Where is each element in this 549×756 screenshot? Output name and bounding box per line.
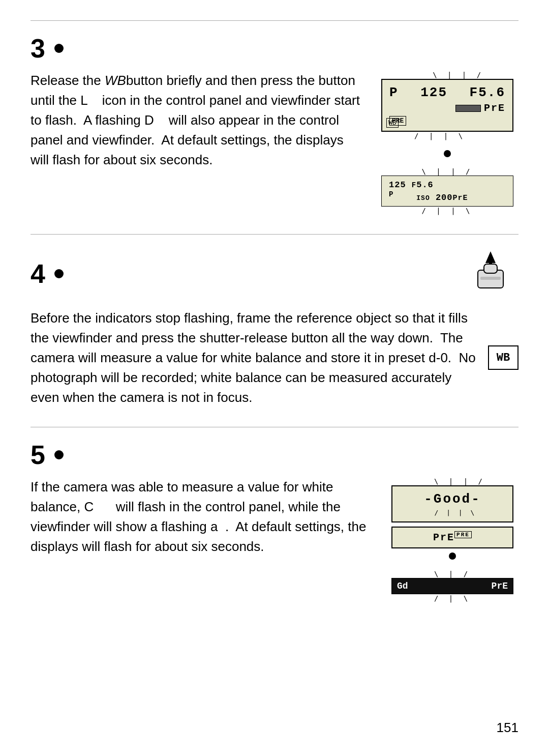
wb-italic: WB — [105, 73, 126, 88]
lcd-good-display: -Good- / | | \ — [391, 485, 513, 522]
vf-tick-bottom-3: / | | \ — [421, 207, 473, 215]
page-number: 151 — [497, 720, 518, 736]
page: 3 Release the WBbutton briefly and then … — [0, 0, 549, 756]
step-number-4: 4 — [30, 260, 45, 287]
lcd-p: P — [389, 85, 399, 100]
bullet-4 — [54, 269, 64, 278]
dot-separator-5 — [449, 553, 456, 560]
lcd-good-text: -Good- — [400, 491, 505, 507]
section-3-body: Release the WBbutton briefly and then pr… — [30, 71, 518, 215]
hand-button-svg — [463, 249, 518, 297]
lcd-good-ticks: / | | \ — [400, 509, 505, 516]
lcd-progress-bar — [455, 105, 481, 112]
section-3: 3 Release the WBbutton briefly and then … — [30, 20, 518, 229]
vf-good-display: Gd PrE — [391, 578, 513, 594]
section-3-header: 3 — [30, 35, 518, 62]
section-4-body: Before the indicators stop flashing, fra… — [30, 308, 518, 408]
lcd-display-3: P 125 F5.6 PrE WB PRE — [381, 79, 513, 132]
section-5-body: If the camera was able to measure a valu… — [30, 477, 518, 602]
lcd-bottom-row: WB PRE — [389, 116, 505, 126]
lcd-row2: PrE — [389, 102, 505, 114]
lcd-125: 125 — [420, 85, 447, 100]
lcd-pre-text: PrE — [484, 102, 505, 114]
lcd-row1: P 125 F5.6 — [389, 85, 505, 100]
section-5: 5 If the camera was able to measure a va… — [30, 427, 518, 617]
vf-wrapper-3: \ | | / 125 F5.6 P ISO 200PrE / | | \ — [381, 167, 513, 215]
tick-good-top: \ | | / — [419, 477, 485, 485]
vf-display-3: 125 F5.6 P ISO 200PrE — [381, 176, 513, 207]
bullet-3 — [54, 44, 64, 53]
vf-good-left: Gd — [397, 581, 408, 591]
section-3-text: Release the WBbutton briefly and then pr… — [30, 71, 376, 170]
section-5-images: \ | | / -Good- / | | \ PrEPRE — [386, 477, 518, 602]
hand-button-container — [463, 249, 518, 299]
lcd-top-wrapper: \ | | / P 125 F5.6 PrE WB — [381, 71, 513, 140]
section-4: 4 Before the indicators stop flashing, f… — [30, 234, 518, 422]
svg-rect-3 — [484, 264, 497, 273]
svg-rect-2 — [480, 277, 501, 280]
bullet-5 — [54, 450, 64, 459]
lcd-pre-sub: PrEPRE — [391, 527, 513, 548]
vf-good-tick-bottom: / | \ — [434, 594, 471, 602]
pre-small-label: PRE — [454, 531, 472, 538]
wb-badge: WB — [488, 345, 518, 370]
section-4-text: Before the indicators stop flashing, fra… — [30, 308, 518, 408]
section-4-header: 4 — [30, 249, 518, 299]
vf-tick-top-3: \ | | / — [421, 167, 473, 176]
dot-separator-3 — [444, 150, 451, 157]
lcd-good-wrapper: \ | | / -Good- / | | \ PrEPRE — [391, 477, 513, 560]
lcd-pre-display: PrEPRE — [391, 527, 513, 548]
step-number-5: 5 — [30, 442, 45, 468]
section-5-header: 5 — [30, 442, 518, 468]
lcd-f56: F5.6 — [470, 85, 505, 100]
step-number-3: 3 — [30, 35, 45, 62]
vf-text-3: 125 F5.6 P ISO 200PrE — [389, 180, 468, 202]
lcd-pre-text: PrEPRE — [400, 532, 505, 543]
vf-good-right: PrE — [492, 581, 508, 591]
vf-good-tick-top: \ | / — [434, 570, 471, 578]
section-5-text: If the camera was able to measure a valu… — [30, 477, 386, 557]
tick-bottom-3: / | | \ — [414, 132, 480, 140]
vf-good-wrapper: \ | / Gd PrE / | \ — [391, 570, 513, 602]
lcd-wb: WB — [386, 118, 399, 128]
section-3-images: \ | | / P 125 F5.6 PrE WB — [376, 71, 518, 215]
tick-top-3: \ | | / — [411, 71, 484, 79]
wb-badge-text: WB — [497, 352, 510, 364]
